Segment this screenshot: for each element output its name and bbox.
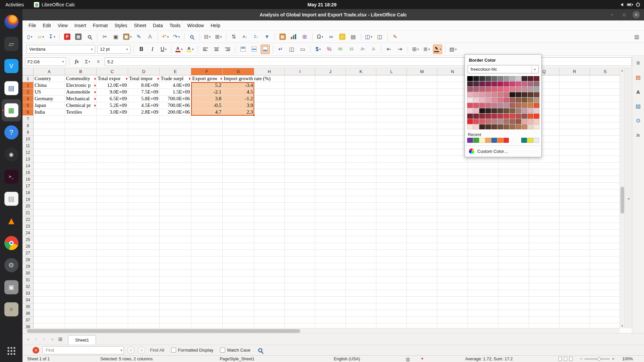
cell-P18[interactable] bbox=[498, 189, 529, 196]
cell-A20[interactable] bbox=[34, 203, 65, 209]
column-header-I[interactable]: I bbox=[285, 68, 315, 75]
sheet-nav-first-sheet[interactable]: « bbox=[24, 336, 32, 343]
cell-S13[interactable] bbox=[590, 156, 620, 163]
redo-button[interactable]: ↷ bbox=[172, 32, 181, 42]
color-swatch[interactable] bbox=[467, 98, 473, 103]
cell-I37[interactable] bbox=[285, 317, 315, 323]
formula-button[interactable]: = bbox=[94, 57, 103, 66]
function-wizard-button[interactable]: fx bbox=[72, 57, 81, 66]
sidebar-styles[interactable]: A bbox=[634, 87, 643, 97]
cell-M37[interactable] bbox=[407, 317, 437, 323]
cell-H9[interactable] bbox=[254, 129, 285, 136]
color-swatch[interactable] bbox=[473, 124, 479, 129]
cell-O22[interactable] bbox=[468, 216, 498, 223]
cell-M34[interactable] bbox=[407, 297, 437, 303]
color-swatch[interactable] bbox=[503, 76, 509, 81]
cell-F2[interactable]: 5.2 bbox=[191, 82, 223, 89]
cut-button[interactable]: ✂ bbox=[100, 32, 109, 42]
cell-E34[interactable] bbox=[160, 297, 191, 303]
cell-R28[interactable] bbox=[559, 256, 590, 263]
color-swatch[interactable] bbox=[534, 76, 539, 81]
cell-N23[interactable] bbox=[437, 223, 468, 230]
cell-A9[interactable] bbox=[34, 129, 65, 136]
close-button[interactable]: ✕ bbox=[633, 11, 640, 18]
color-swatch[interactable] bbox=[491, 119, 497, 124]
cell-G6[interactable]: 2.3 bbox=[223, 109, 254, 116]
color-swatch[interactable] bbox=[503, 124, 509, 129]
cell-E1[interactable]: Trade surpl bbox=[160, 75, 191, 82]
find-next-button[interactable] bbox=[138, 347, 145, 354]
cell-M3[interactable] bbox=[407, 89, 437, 96]
cell-R25[interactable] bbox=[559, 236, 590, 243]
cell-D22[interactable] bbox=[128, 216, 160, 223]
cell-S38[interactable] bbox=[590, 323, 620, 328]
cell-D18[interactable] bbox=[128, 189, 160, 196]
sidebar-menu[interactable]: ≡ bbox=[634, 58, 643, 68]
cell-N17[interactable] bbox=[437, 183, 468, 189]
color-swatch[interactable] bbox=[522, 98, 527, 103]
color-swatch[interactable] bbox=[497, 119, 503, 124]
cell-I22[interactable] bbox=[285, 216, 315, 223]
sheet-nav-next-sheet[interactable]: › bbox=[41, 336, 48, 343]
sidebar-toggle-button[interactable]: ▥ bbox=[632, 32, 641, 42]
cell-D6[interactable]: 2.8E+09 bbox=[128, 109, 160, 116]
cell-D8[interactable] bbox=[128, 122, 160, 129]
input-line[interactable]: 5.2 bbox=[105, 57, 632, 66]
cell-N30[interactable] bbox=[437, 270, 468, 277]
cell-C5[interactable]: 5.2E+09 bbox=[97, 102, 128, 109]
cell-D33[interactable] bbox=[128, 290, 160, 297]
cell-R11[interactable] bbox=[559, 142, 590, 149]
cell-G29[interactable] bbox=[223, 263, 254, 270]
menu-tools[interactable]: Tools bbox=[166, 20, 184, 31]
cell-P21[interactable] bbox=[498, 209, 529, 216]
cell-L32[interactable] bbox=[376, 283, 407, 290]
color-swatch[interactable] bbox=[534, 124, 539, 129]
color-swatch[interactable] bbox=[528, 98, 533, 103]
color-swatch[interactable] bbox=[509, 98, 515, 103]
color-swatch[interactable] bbox=[509, 124, 515, 129]
align-right-button[interactable] bbox=[223, 45, 232, 54]
cell-Q35[interactable] bbox=[529, 303, 559, 310]
color-swatch[interactable] bbox=[516, 92, 521, 97]
cell-N28[interactable] bbox=[437, 256, 468, 263]
dropdown-arrow-icon[interactable] bbox=[54, 35, 55, 39]
cell-I21[interactable] bbox=[285, 209, 315, 216]
cell-M18[interactable] bbox=[407, 189, 437, 196]
cell-R23[interactable] bbox=[559, 223, 590, 230]
cell-C14[interactable] bbox=[97, 163, 128, 169]
cell-J21[interactable] bbox=[315, 209, 346, 216]
cell-B1[interactable]: Commodity bbox=[65, 75, 97, 82]
cell-N21[interactable] bbox=[437, 209, 468, 216]
cell-N35[interactable] bbox=[437, 303, 468, 310]
cell-G21[interactable] bbox=[223, 209, 254, 216]
cell-K28[interactable] bbox=[346, 256, 376, 263]
color-swatch[interactable] bbox=[485, 92, 491, 97]
clock[interactable]: May 21 18:29 bbox=[308, 2, 336, 7]
cell-F6[interactable]: 4.7 bbox=[191, 109, 223, 116]
cell-G23[interactable] bbox=[223, 223, 254, 230]
cell-J5[interactable] bbox=[315, 102, 346, 109]
dropdown-arrow-icon[interactable] bbox=[31, 35, 33, 39]
cell-K10[interactable] bbox=[346, 136, 376, 142]
cell-E28[interactable] bbox=[160, 256, 191, 263]
cell-L29[interactable] bbox=[376, 263, 407, 270]
cell-S6[interactable] bbox=[590, 109, 620, 116]
cell-B19[interactable] bbox=[65, 196, 97, 203]
cell-G9[interactable] bbox=[223, 129, 254, 136]
color-swatch[interactable] bbox=[473, 92, 479, 97]
cell-P22[interactable] bbox=[498, 216, 529, 223]
cell-R2[interactable] bbox=[559, 82, 590, 89]
cell-R31[interactable] bbox=[559, 277, 590, 283]
cell-B35[interactable] bbox=[65, 303, 97, 310]
sort-button[interactable]: ⇅ bbox=[229, 32, 238, 42]
cell-S34[interactable] bbox=[590, 297, 620, 303]
cell-K11[interactable] bbox=[346, 142, 376, 149]
cell-D19[interactable] bbox=[128, 196, 160, 203]
cell-E32[interactable] bbox=[160, 283, 191, 290]
cell-S8[interactable] bbox=[590, 122, 620, 129]
cell-G27[interactable] bbox=[223, 250, 254, 256]
cell-J38[interactable] bbox=[315, 323, 346, 328]
cell-G34[interactable] bbox=[223, 297, 254, 303]
cell-B16[interactable] bbox=[65, 176, 97, 183]
insert-chart-button[interactable] bbox=[289, 32, 298, 42]
